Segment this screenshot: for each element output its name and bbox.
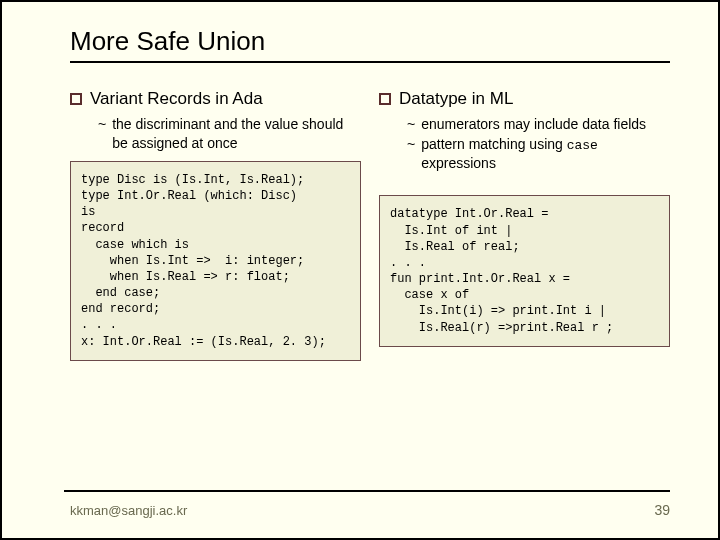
left-sub-item: ~ the discriminant and the value should … — [98, 115, 361, 153]
left-sub-list: ~ the discriminant and the value should … — [70, 115, 361, 153]
right-code-box: datatype Int.Or.Real = Is.Int of int | I… — [379, 195, 670, 347]
left-column: Variant Records in Ada ~ the discriminan… — [70, 89, 361, 361]
right-sub-item-2: ~ pattern matching using case expression… — [407, 135, 670, 173]
tilde-icon: ~ — [98, 115, 106, 153]
left-code-box: type Disc is (Is.Int, Is.Real); type Int… — [70, 161, 361, 361]
right-column: Datatype in ML ~ enumerators may include… — [379, 89, 670, 361]
footer-divider — [64, 490, 670, 492]
slide-title: More Safe Union — [70, 26, 670, 63]
right-sub-text-2: pattern matching using case expressions — [421, 135, 670, 173]
left-heading-row: Variant Records in Ada — [70, 89, 361, 109]
right-sub-text-1: enumerators may include data fields — [421, 115, 646, 134]
page-number: 39 — [654, 502, 670, 518]
right-heading: Datatype in ML — [399, 89, 513, 109]
right-heading-row: Datatype in ML — [379, 89, 670, 109]
tilde-icon: ~ — [407, 115, 415, 134]
tilde-icon: ~ — [407, 135, 415, 173]
right-sub-list: ~ enumerators may include data fields ~ … — [379, 115, 670, 173]
left-heading: Variant Records in Ada — [90, 89, 263, 109]
right-sub-item-1: ~ enumerators may include data fields — [407, 115, 670, 134]
content-columns: Variant Records in Ada ~ the discriminan… — [70, 89, 670, 361]
footer-email: kkman@sangji.ac.kr — [70, 503, 187, 518]
left-sub-text: the discriminant and the value should be… — [112, 115, 361, 153]
square-bullet-icon — [70, 93, 82, 105]
square-bullet-icon — [379, 93, 391, 105]
